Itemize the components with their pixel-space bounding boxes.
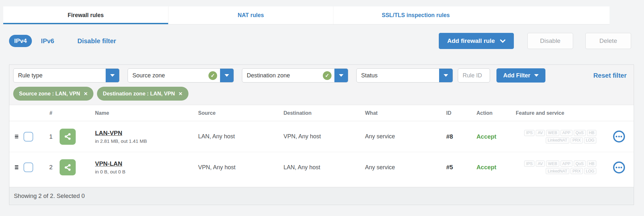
add-filter-button[interactable]: Add Filter bbox=[496, 68, 545, 83]
dropdown-label: Destination zone bbox=[242, 72, 323, 79]
feature-badge-log: LOG bbox=[584, 137, 596, 143]
ipv6-toggle[interactable]: IPv6 bbox=[41, 37, 54, 45]
filter-bar: Rule type Source zone ✓ Destination zone… bbox=[9, 65, 634, 105]
feature-badge-log: LOG bbox=[584, 168, 596, 174]
source-zone-dropdown[interactable]: Source zone ✓ bbox=[128, 68, 234, 83]
dropdown-arrow-button[interactable] bbox=[106, 68, 119, 83]
tab-bar: Firewall rules NAT rules SSL/TLS inspect… bbox=[3, 6, 610, 25]
feature-badge-linkednat: LinkedNAT bbox=[546, 137, 569, 143]
filter-controls-row: Rule type Source zone ✓ Destination zone… bbox=[13, 68, 630, 83]
row-checkbox[interactable] bbox=[24, 132, 33, 142]
rule-id: #8 bbox=[440, 133, 470, 140]
rule-id: #5 bbox=[440, 164, 470, 171]
tab-label: NAT rules bbox=[238, 12, 264, 19]
table-footer: Showing 2 of 2. Selected 0 bbox=[9, 187, 634, 205]
column-header-what: What bbox=[359, 110, 440, 116]
column-header-source: Source bbox=[192, 110, 277, 116]
chip-close-icon[interactable]: ✕ bbox=[84, 91, 88, 97]
row-checkbox[interactable] bbox=[24, 162, 33, 172]
feature-badge-ips: IPS bbox=[524, 161, 534, 167]
disable-button[interactable]: Disable bbox=[527, 33, 573, 49]
rule-what: Any service bbox=[359, 133, 440, 140]
row-menu-ellipsis-icon[interactable] bbox=[613, 162, 625, 173]
row-menu-ellipsis-icon[interactable] bbox=[613, 131, 625, 142]
caret-down-icon bbox=[225, 74, 229, 77]
tab-label: Firewall rules bbox=[68, 12, 104, 19]
feature-badges: IPS AV WEB APP QoS HB LinkedNAT PRX LOG bbox=[511, 161, 604, 174]
chevron-down-icon bbox=[500, 39, 505, 43]
check-circle-icon: ✓ bbox=[323, 71, 332, 80]
filter-chip-destination-zone: Destination zone : LAN, VPN ✕ bbox=[97, 87, 188, 101]
column-header-id: ID bbox=[440, 110, 470, 116]
feature-badge-av: AV bbox=[536, 161, 545, 167]
chip-label: Source zone : LAN, VPN bbox=[19, 91, 80, 97]
rule-position: 1 bbox=[42, 133, 60, 140]
feature-badge-qos: QoS bbox=[574, 130, 586, 136]
dropdown-label: Rule type bbox=[14, 72, 106, 79]
firewall-rules-panel: Rule type Source zone ✓ Destination zone… bbox=[9, 64, 634, 205]
drag-handle-icon[interactable] bbox=[15, 135, 18, 139]
caret-down-icon bbox=[339, 74, 343, 77]
reset-filter-link[interactable]: Reset filter bbox=[593, 72, 627, 79]
column-header-feature-service: Feature and service bbox=[511, 110, 604, 116]
add-firewall-rule-button[interactable]: Add firewall rule bbox=[439, 33, 514, 49]
share-icon bbox=[63, 163, 72, 172]
check-circle-icon: ✓ bbox=[208, 71, 217, 80]
feature-badge-hb: HB bbox=[587, 161, 596, 167]
column-header-name: Name bbox=[90, 110, 192, 116]
dropdown-arrow-button[interactable] bbox=[220, 68, 234, 83]
caret-down-icon bbox=[534, 74, 539, 77]
tab-ssl-tls-inspection-rules[interactable]: SSL/TLS inspection rules bbox=[333, 6, 498, 24]
rule-source: VPN, Any host bbox=[192, 164, 277, 171]
drag-handle-icon[interactable] bbox=[15, 165, 18, 169]
feature-badge-ips: IPS bbox=[524, 130, 534, 136]
active-filter-chips-row: Source zone : LAN, VPN ✕ Destination zon… bbox=[13, 87, 630, 101]
feature-badge-hb: HB bbox=[587, 130, 596, 136]
delete-button[interactable]: Delete bbox=[585, 33, 631, 49]
column-header-action: Action bbox=[470, 110, 511, 116]
rule-position: 2 bbox=[42, 164, 60, 171]
destination-zone-dropdown[interactable]: Destination zone ✓ bbox=[242, 68, 348, 83]
feature-badge-web: WEB bbox=[546, 130, 559, 136]
disable-filter-link[interactable]: Disable filter bbox=[77, 37, 116, 45]
share-icon bbox=[63, 132, 72, 141]
filter-chip-source-zone: Source zone : LAN, VPN ✕ bbox=[13, 87, 93, 101]
ipv4-toggle[interactable]: IPv4 bbox=[9, 35, 32, 47]
rule-type-share-icon[interactable] bbox=[60, 159, 76, 175]
row-count-summary: Showing 2 of 2. Selected 0 bbox=[14, 192, 85, 200]
dropdown-arrow-button[interactable] bbox=[439, 68, 453, 83]
add-filter-label: Add Filter bbox=[503, 72, 530, 79]
rule-traffic: in 0 B, out 0 B bbox=[95, 169, 192, 174]
dropdown-label: Source zone bbox=[128, 72, 208, 79]
rule-name-link[interactable]: LAN-VPN bbox=[95, 130, 122, 137]
feature-badge-web: WEB bbox=[546, 161, 559, 167]
feature-badge-linkednat: LinkedNAT bbox=[546, 168, 569, 174]
dropdown-arrow-button[interactable] bbox=[334, 68, 348, 83]
table-row: 1 LAN-VPN in 2.81 MB, out 1.41 MB LAN, A… bbox=[9, 121, 634, 152]
column-header-destination: Destination bbox=[277, 110, 359, 116]
status-dropdown[interactable]: Status bbox=[356, 68, 453, 83]
tab-label: SSL/TLS inspection rules bbox=[382, 12, 450, 19]
caret-down-icon bbox=[110, 74, 115, 77]
feature-badge-av: AV bbox=[536, 130, 545, 136]
rule-type-dropdown[interactable]: Rule type bbox=[13, 68, 120, 83]
table-header-row: # Name Source Destination What ID Action… bbox=[9, 105, 634, 121]
feature-badge-app: APP bbox=[561, 161, 572, 167]
feature-badges: IPS AV WEB APP QoS HB LinkedNAT PRX LOG bbox=[511, 130, 604, 143]
rule-source: LAN, Any host bbox=[192, 133, 277, 140]
rule-destination: VPN, Any host bbox=[277, 133, 359, 140]
chip-label: Destination zone : LAN, VPN bbox=[103, 91, 175, 97]
dropdown-label: Status bbox=[357, 72, 439, 79]
tab-nat-rules[interactable]: NAT rules bbox=[168, 6, 333, 24]
chip-close-icon[interactable]: ✕ bbox=[178, 91, 183, 97]
tab-firewall-rules[interactable]: Firewall rules bbox=[3, 6, 168, 24]
feature-badge-qos: QoS bbox=[574, 161, 586, 167]
rule-action: Accept bbox=[470, 133, 511, 140]
rule-destination: LAN, Any host bbox=[277, 164, 359, 171]
toolbar: IPv4 IPv6 Disable filter Add firewall ru… bbox=[9, 30, 631, 52]
rule-action: Accept bbox=[470, 164, 511, 171]
add-firewall-rule-label: Add firewall rule bbox=[447, 37, 495, 44]
rule-name-link[interactable]: VPN-LAN bbox=[95, 160, 122, 167]
rule-id-input[interactable] bbox=[458, 68, 490, 83]
rule-type-share-icon[interactable] bbox=[60, 129, 76, 145]
